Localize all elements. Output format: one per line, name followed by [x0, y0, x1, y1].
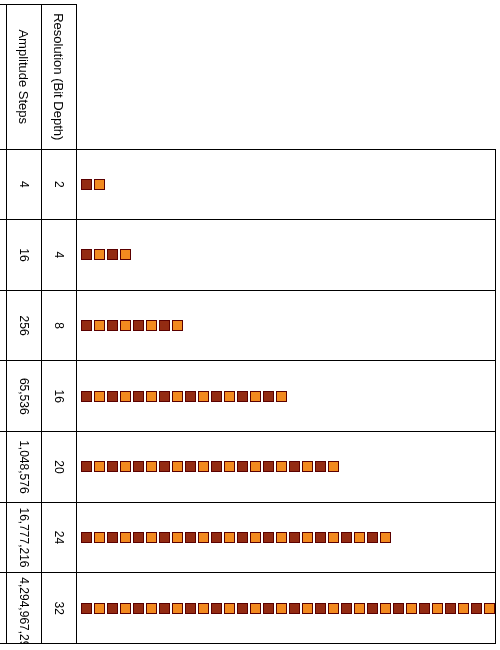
cell-dynamic-range: 48 — [0, 290, 7, 361]
bit-square — [432, 603, 443, 614]
bit-square — [341, 603, 352, 614]
bitdepth-table: Resolution (Bit Depth) 2 4 8 16 20 24 32… — [0, 4, 496, 644]
header-amplitude: Amplitude Steps — [7, 5, 42, 150]
bit-square — [81, 320, 92, 331]
bit-square — [107, 532, 118, 543]
bar — [81, 573, 495, 643]
bit-square — [211, 532, 222, 543]
cell-dynamic-range: 24 — [0, 220, 7, 291]
bit-square — [133, 320, 144, 331]
bit-square — [185, 461, 196, 472]
figure-container: Resolution (Bit Depth) 2 4 8 16 20 24 32… — [0, 0, 500, 650]
bit-square — [237, 461, 248, 472]
bit-square — [302, 603, 313, 614]
cell-resolution: 4 — [42, 220, 77, 291]
bit-square — [354, 603, 365, 614]
bit-square — [224, 391, 235, 402]
bar-row — [77, 5, 496, 644]
bit-square — [198, 461, 209, 472]
bar-cell — [77, 149, 496, 220]
bit-square — [315, 603, 326, 614]
cell-dynamic-range: 12 — [0, 149, 7, 220]
bit-square — [159, 532, 170, 543]
bit-square — [354, 532, 365, 543]
cell-amplitude: 4 — [7, 149, 42, 220]
bit-square — [172, 532, 183, 543]
bit-square — [81, 179, 92, 190]
bit-square — [276, 391, 287, 402]
bar-cell — [77, 220, 496, 291]
bit-square — [263, 532, 274, 543]
bit-square — [276, 532, 287, 543]
bit-square — [146, 391, 157, 402]
bit-square — [159, 391, 170, 402]
cell-resolution: 2 — [42, 149, 77, 220]
bit-square — [341, 532, 352, 543]
bit-square — [289, 603, 300, 614]
bit-square — [367, 603, 378, 614]
bit-square — [289, 461, 300, 472]
bit-square — [237, 532, 248, 543]
bit-square — [94, 249, 105, 260]
cell-dynamic-range: 144 — [0, 502, 7, 573]
bit-square — [81, 603, 92, 614]
bar — [81, 291, 183, 361]
bit-square — [250, 391, 261, 402]
bit-square — [146, 532, 157, 543]
bit-square — [328, 603, 339, 614]
bit-square — [94, 603, 105, 614]
cell-amplitude: 16 — [7, 220, 42, 291]
bit-square — [250, 532, 261, 543]
bit-square — [172, 461, 183, 472]
bar-row-spacer — [77, 5, 496, 150]
bit-square — [198, 391, 209, 402]
cell-resolution: 32 — [42, 573, 77, 644]
bit-square — [198, 603, 209, 614]
bit-square — [276, 603, 287, 614]
bar — [81, 432, 339, 502]
header-dynamic-range: Dynamic Range (dB) — [0, 5, 7, 150]
bit-square — [445, 603, 456, 614]
bit-square — [419, 603, 430, 614]
header-resolution: Resolution (Bit Depth) — [42, 5, 77, 150]
bit-square — [224, 603, 235, 614]
bar-cell — [77, 432, 496, 503]
bit-square — [406, 603, 417, 614]
bit-square — [94, 179, 105, 190]
bit-square — [172, 320, 183, 331]
bit-square — [120, 391, 131, 402]
bit-square — [81, 249, 92, 260]
bit-square — [185, 603, 196, 614]
cell-amplitude: 1,048,576 — [7, 432, 42, 503]
bit-square — [263, 603, 274, 614]
bit-square — [120, 532, 131, 543]
bit-square — [211, 461, 222, 472]
cell-amplitude: 65,536 — [7, 361, 42, 432]
bit-square — [120, 461, 131, 472]
bar-cell — [77, 502, 496, 573]
bit-square — [289, 532, 300, 543]
cell-resolution: 16 — [42, 361, 77, 432]
bit-square — [107, 461, 118, 472]
bit-square — [146, 320, 157, 331]
bit-square — [458, 603, 469, 614]
bit-square — [328, 532, 339, 543]
bit-square — [250, 603, 261, 614]
figure-rotated: Resolution (Bit Depth) 2 4 8 16 20 24 32… — [0, 0, 500, 650]
bar-cell — [77, 361, 496, 432]
bit-square — [133, 461, 144, 472]
bit-square — [263, 461, 274, 472]
bit-square — [146, 461, 157, 472]
bit-square — [159, 320, 170, 331]
bar — [81, 220, 131, 290]
bit-square — [211, 391, 222, 402]
bit-square — [185, 532, 196, 543]
cell-dynamic-range: 192 — [0, 573, 7, 644]
bit-square — [94, 320, 105, 331]
bit-square — [81, 391, 92, 402]
bit-square — [172, 603, 183, 614]
bit-square — [250, 461, 261, 472]
cell-amplitude: 4,294,967,296 — [7, 573, 42, 644]
bit-square — [367, 532, 378, 543]
bit-square — [94, 391, 105, 402]
